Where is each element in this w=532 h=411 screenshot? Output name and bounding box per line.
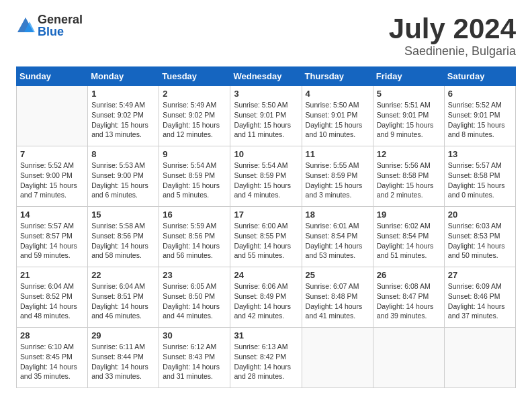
day-info: Sunrise: 6:09 AMSunset: 8:46 PMDaylight:… xyxy=(448,281,512,321)
day-number: 30 xyxy=(163,330,226,340)
calendar-cell: 23Sunrise: 6:05 AMSunset: 8:50 PMDayligh… xyxy=(159,267,230,328)
calendar-cell: 13Sunrise: 5:57 AMSunset: 8:58 PMDayligh… xyxy=(444,146,515,207)
day-info: Sunrise: 6:03 AMSunset: 8:53 PMDaylight:… xyxy=(448,221,512,261)
calendar-cell: 27Sunrise: 6:09 AMSunset: 8:46 PMDayligh… xyxy=(444,267,515,328)
day-number: 10 xyxy=(234,149,298,159)
day-number: 20 xyxy=(448,210,512,220)
day-number: 18 xyxy=(306,210,369,220)
calendar-cell: 25Sunrise: 6:07 AMSunset: 8:48 PMDayligh… xyxy=(302,267,373,328)
day-number: 29 xyxy=(91,330,155,340)
day-info: Sunrise: 6:08 AMSunset: 8:47 PMDaylight:… xyxy=(377,281,441,321)
calendar-cell: 29Sunrise: 6:11 AMSunset: 8:44 PMDayligh… xyxy=(88,328,159,388)
calendar-cell: 21Sunrise: 6:04 AMSunset: 8:52 PMDayligh… xyxy=(17,267,88,328)
calendar-cell: 12Sunrise: 5:56 AMSunset: 8:58 PMDayligh… xyxy=(373,146,444,207)
day-number: 7 xyxy=(20,149,84,159)
day-number: 4 xyxy=(306,89,369,99)
week-row-4: 21Sunrise: 6:04 AMSunset: 8:52 PMDayligh… xyxy=(17,267,516,328)
day-number: 2 xyxy=(163,89,226,99)
calendar-cell xyxy=(444,328,515,388)
day-number: 5 xyxy=(377,89,441,99)
location: Saedinenie, Bulgaria xyxy=(389,44,516,58)
day-number: 12 xyxy=(377,149,441,159)
day-info: Sunrise: 6:05 AMSunset: 8:50 PMDaylight:… xyxy=(163,281,226,321)
week-row-2: 7Sunrise: 5:52 AMSunset: 9:00 PMDaylight… xyxy=(17,146,516,207)
day-number: 26 xyxy=(377,270,441,280)
calendar-cell: 22Sunrise: 6:04 AMSunset: 8:51 PMDayligh… xyxy=(88,267,159,328)
day-number: 25 xyxy=(306,270,369,280)
calendar-cell: 8Sunrise: 5:53 AMSunset: 9:00 PMDaylight… xyxy=(88,146,159,207)
calendar-cell: 1Sunrise: 5:49 AMSunset: 9:02 PMDaylight… xyxy=(88,86,159,146)
day-info: Sunrise: 5:58 AMSunset: 8:56 PMDaylight:… xyxy=(91,221,155,261)
logo-icon xyxy=(16,16,35,35)
day-info: Sunrise: 6:04 AMSunset: 8:51 PMDaylight:… xyxy=(91,281,155,321)
day-info: Sunrise: 6:04 AMSunset: 8:52 PMDaylight:… xyxy=(20,281,84,321)
calendar-cell: 18Sunrise: 6:01 AMSunset: 8:54 PMDayligh… xyxy=(302,207,373,267)
calendar-cell: 5Sunrise: 5:51 AMSunset: 9:01 PMDaylight… xyxy=(373,86,444,146)
calendar-cell: 31Sunrise: 6:13 AMSunset: 8:42 PMDayligh… xyxy=(230,328,302,388)
month-year: July 2024 xyxy=(389,13,516,44)
header-cell-monday: Monday xyxy=(88,67,159,86)
day-info: Sunrise: 5:53 AMSunset: 9:00 PMDaylight:… xyxy=(91,161,155,200)
day-number: 6 xyxy=(448,89,512,99)
calendar-cell: 11Sunrise: 5:55 AMSunset: 8:59 PMDayligh… xyxy=(302,146,373,207)
calendar-cell: 24Sunrise: 6:06 AMSunset: 8:49 PMDayligh… xyxy=(230,267,302,328)
calendar-header: SundayMondayTuesdayWednesdayThursdayFrid… xyxy=(17,67,516,86)
calendar-cell: 26Sunrise: 6:08 AMSunset: 8:47 PMDayligh… xyxy=(373,267,444,328)
calendar-cell xyxy=(373,328,444,388)
day-number: 31 xyxy=(234,330,298,340)
day-info: Sunrise: 6:13 AMSunset: 8:42 PMDaylight:… xyxy=(234,342,298,381)
week-row-5: 28Sunrise: 6:10 AMSunset: 8:45 PMDayligh… xyxy=(17,328,516,388)
day-number: 17 xyxy=(234,210,298,220)
calendar-cell: 2Sunrise: 5:49 AMSunset: 9:02 PMDaylight… xyxy=(159,86,230,146)
header-cell-friday: Friday xyxy=(373,67,444,86)
day-number: 3 xyxy=(234,89,298,99)
calendar-body: 1Sunrise: 5:49 AMSunset: 9:02 PMDaylight… xyxy=(17,86,516,388)
calendar-cell: 17Sunrise: 6:00 AMSunset: 8:55 PMDayligh… xyxy=(230,207,302,267)
day-info: Sunrise: 5:49 AMSunset: 9:02 PMDaylight:… xyxy=(163,100,226,140)
day-number: 8 xyxy=(91,149,155,159)
calendar-cell: 14Sunrise: 5:57 AMSunset: 8:57 PMDayligh… xyxy=(17,207,88,267)
calendar-cell: 16Sunrise: 5:59 AMSunset: 8:56 PMDayligh… xyxy=(159,207,230,267)
day-info: Sunrise: 6:11 AMSunset: 8:44 PMDaylight:… xyxy=(91,342,155,381)
day-info: Sunrise: 6:01 AMSunset: 8:54 PMDaylight:… xyxy=(306,221,369,261)
day-info: Sunrise: 5:50 AMSunset: 9:01 PMDaylight:… xyxy=(234,100,298,140)
day-info: Sunrise: 5:54 AMSunset: 8:59 PMDaylight:… xyxy=(163,161,226,200)
week-row-3: 14Sunrise: 5:57 AMSunset: 8:57 PMDayligh… xyxy=(17,207,516,267)
calendar-cell xyxy=(17,86,88,146)
calendar-cell: 9Sunrise: 5:54 AMSunset: 8:59 PMDaylight… xyxy=(159,146,230,207)
day-info: Sunrise: 6:00 AMSunset: 8:55 PMDaylight:… xyxy=(234,221,298,261)
day-info: Sunrise: 6:10 AMSunset: 8:45 PMDaylight:… xyxy=(20,342,84,381)
calendar: SundayMondayTuesdayWednesdayThursdayFrid… xyxy=(16,66,516,388)
day-number: 28 xyxy=(20,330,84,340)
calendar-cell: 28Sunrise: 6:10 AMSunset: 8:45 PMDayligh… xyxy=(17,328,88,388)
calendar-cell: 3Sunrise: 5:50 AMSunset: 9:01 PMDaylight… xyxy=(230,86,302,146)
day-number: 24 xyxy=(234,270,298,280)
day-info: Sunrise: 5:51 AMSunset: 9:01 PMDaylight:… xyxy=(377,100,441,140)
calendar-cell: 19Sunrise: 6:02 AMSunset: 8:54 PMDayligh… xyxy=(373,207,444,267)
title-block: July 2024 Saedinenie, Bulgaria xyxy=(389,13,516,58)
header-cell-wednesday: Wednesday xyxy=(230,67,302,86)
calendar-cell: 6Sunrise: 5:52 AMSunset: 9:01 PMDaylight… xyxy=(444,86,515,146)
page: General Blue July 2024 Saedinenie, Bulga… xyxy=(0,0,532,402)
header-cell-thursday: Thursday xyxy=(302,67,373,86)
header-cell-saturday: Saturday xyxy=(444,67,515,86)
calendar-cell: 4Sunrise: 5:50 AMSunset: 9:01 PMDaylight… xyxy=(302,86,373,146)
day-info: Sunrise: 5:50 AMSunset: 9:01 PMDaylight:… xyxy=(306,100,369,140)
header: General Blue July 2024 Saedinenie, Bulga… xyxy=(16,13,516,58)
logo: General Blue xyxy=(16,13,83,38)
calendar-cell: 10Sunrise: 5:54 AMSunset: 8:59 PMDayligh… xyxy=(230,146,302,207)
week-row-1: 1Sunrise: 5:49 AMSunset: 9:02 PMDaylight… xyxy=(17,86,516,146)
day-info: Sunrise: 5:59 AMSunset: 8:56 PMDaylight:… xyxy=(163,221,226,261)
header-cell-tuesday: Tuesday xyxy=(159,67,230,86)
day-info: Sunrise: 5:49 AMSunset: 9:02 PMDaylight:… xyxy=(91,100,155,140)
day-number: 15 xyxy=(91,210,155,220)
header-cell-sunday: Sunday xyxy=(17,67,88,86)
day-number: 22 xyxy=(91,270,155,280)
day-info: Sunrise: 6:02 AMSunset: 8:54 PMDaylight:… xyxy=(377,221,441,261)
day-info: Sunrise: 5:52 AMSunset: 9:00 PMDaylight:… xyxy=(20,161,84,200)
day-info: Sunrise: 5:52 AMSunset: 9:01 PMDaylight:… xyxy=(448,100,512,140)
day-info: Sunrise: 5:57 AMSunset: 8:57 PMDaylight:… xyxy=(20,221,84,261)
day-number: 16 xyxy=(163,210,226,220)
day-number: 13 xyxy=(448,149,512,159)
day-number: 27 xyxy=(448,270,512,280)
